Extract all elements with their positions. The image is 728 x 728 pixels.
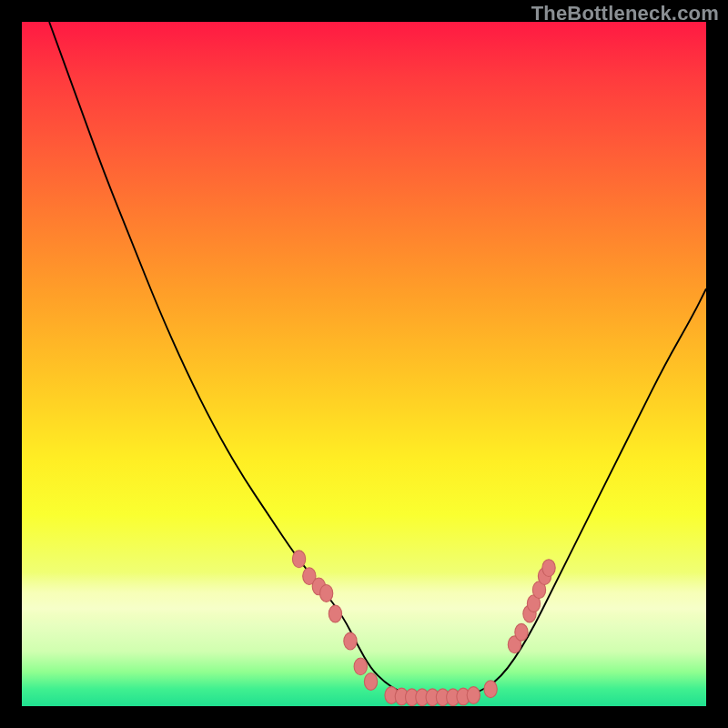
marker-dot [364, 673, 377, 691]
marker-dot [354, 658, 367, 675]
curve-svg [22, 22, 706, 706]
marker-dot [542, 560, 555, 577]
chart-frame: TheBottleneck.com [0, 0, 728, 728]
marker-dot [515, 623, 528, 641]
watermark-text: TheBottleneck.com [531, 2, 719, 25]
marker-dot [329, 605, 341, 622]
marker-dot [292, 551, 305, 568]
plot-area [22, 22, 706, 706]
marker-dot [484, 681, 497, 698]
bottleneck-curve [49, 22, 706, 697]
marker-dot [319, 585, 332, 602]
marker-group [292, 551, 555, 706]
marker-dot [467, 687, 480, 704]
marker-dot [344, 632, 357, 650]
